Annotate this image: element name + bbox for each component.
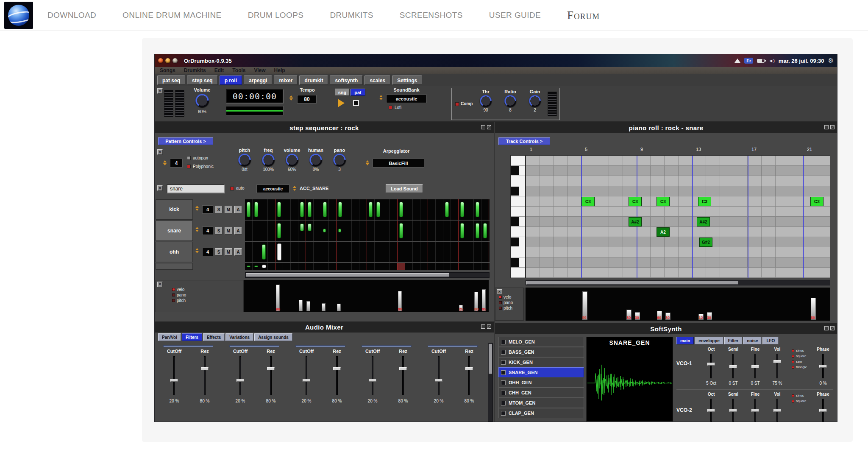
slider-thumb[interactable]: [399, 367, 407, 370]
pianoroll-scrollbar[interactable]: [526, 280, 830, 285]
panel-maximize-icon[interactable]: [487, 324, 491, 329]
speaker-icon[interactable]: ◄): [768, 58, 775, 63]
piano-note-a-2[interactable]: A#2: [697, 217, 710, 226]
autopan-checkbox[interactable]: [187, 156, 191, 160]
velocity-mode-pano[interactable]: pano: [172, 293, 186, 297]
piano-roll-row-g2[interactable]: [526, 247, 830, 257]
piano-key-c3[interactable]: [511, 196, 525, 207]
step-note[interactable]: [277, 223, 281, 238]
piano-key-g-2[interactable]: [511, 237, 525, 247]
generator-clap-gen[interactable]: CLAP_GEN: [498, 408, 584, 418]
piano-key-f-2[interactable]: [511, 257, 525, 268]
pattern-mode-button[interactable]: pat: [351, 89, 365, 96]
window-close-icon[interactable]: [158, 58, 163, 63]
step-note[interactable]: [254, 266, 258, 267]
piano-note-c3[interactable]: C3: [810, 197, 823, 206]
vco-1-wave-square[interactable]: square: [792, 354, 806, 358]
nav-item-online-drum-machine[interactable]: ONLINE DRUM MACHINE: [122, 11, 222, 20]
vco-1-phase-slider[interactable]: [822, 354, 824, 378]
piano-roll-row-f-2[interactable]: [526, 257, 830, 268]
velocity-bar[interactable]: [306, 301, 310, 311]
tab-pat-seq[interactable]: pat seq: [157, 75, 185, 85]
track-a-button[interactable]: A: [234, 248, 242, 256]
track-a-button[interactable]: A: [234, 206, 242, 213]
step-note[interactable]: [308, 202, 312, 217]
checkbox-icon[interactable]: [501, 391, 506, 395]
step-note[interactable]: [399, 223, 403, 238]
slider-thumb[interactable]: [236, 379, 244, 382]
slider-thumb[interactable]: [773, 409, 781, 412]
window-titlebar[interactable]: OrDrumbox-0.9.35 Fr ◄) mar. 26 juil. 09:…: [155, 54, 837, 67]
velocity-close-button[interactable]: ×: [157, 282, 163, 287]
piano-roll-row-c-3[interactable]: [526, 186, 830, 196]
nav-item-screenshots[interactable]: SCREENSHOTS: [400, 11, 463, 20]
step-note[interactable]: [300, 224, 304, 231]
piano-key-a-2[interactable]: [511, 217, 525, 227]
track-m-button[interactable]: M: [225, 206, 232, 213]
generator-mtom-gen[interactable]: MTOM_GEN: [498, 398, 584, 408]
slider-track[interactable]: [336, 356, 338, 395]
track-length-spinner[interactable]: [195, 227, 199, 232]
step-note[interactable]: [460, 202, 464, 217]
slider-thumb[interactable]: [201, 367, 209, 370]
step-note[interactable]: [247, 202, 250, 217]
menu-tools[interactable]: Tools: [232, 67, 245, 73]
slider-track[interactable]: [438, 356, 440, 395]
checkbox-icon[interactable]: [501, 350, 506, 355]
track-length-value[interactable]: 4: [202, 226, 213, 235]
checkbox-icon[interactable]: [501, 401, 506, 405]
slider-track[interactable]: [239, 356, 241, 395]
generator-bass-gen[interactable]: BASS_GEN: [498, 347, 584, 357]
synth-tab-noise[interactable]: noise: [743, 337, 762, 344]
panel-detach-icon[interactable]: [824, 125, 829, 129]
velocity-mode-velo[interactable]: velo: [172, 287, 184, 292]
step-note[interactable]: [254, 202, 258, 217]
piano-note-g-2[interactable]: G#2: [699, 238, 712, 247]
slider-thumb[interactable]: [751, 365, 759, 368]
mixer-tab-filters[interactable]: Filters: [182, 333, 202, 341]
spinner-up-icon[interactable]: [293, 186, 296, 188]
velocity-mode-pano[interactable]: pano: [499, 300, 513, 305]
vco-1-wave-saw[interactable]: saw: [792, 360, 802, 363]
checkbox-icon[interactable]: [501, 380, 506, 385]
piano-roll-row-a2[interactable]: [526, 227, 830, 237]
step-note[interactable]: [277, 202, 281, 217]
scrollbar-thumb[interactable]: [526, 281, 738, 285]
track-s-button[interactable]: S: [215, 227, 223, 235]
generator-ohh-gen[interactable]: OHH_GEN: [498, 377, 584, 388]
panel-maximize-icon[interactable]: [830, 326, 835, 330]
step-note[interactable]: [247, 266, 250, 267]
sound-spinner[interactable]: [293, 186, 296, 191]
slider-thumb[interactable]: [707, 363, 715, 366]
tab-p-roll[interactable]: p roll: [220, 75, 242, 85]
step-cells[interactable]: [245, 242, 490, 262]
slider-thumb[interactable]: [707, 409, 715, 412]
tab-scales[interactable]: scales: [364, 75, 390, 85]
panel-maximize-icon[interactable]: [487, 125, 491, 129]
vco-2-wave-square[interactable]: square: [792, 399, 806, 403]
piano-note-c3[interactable]: C3: [698, 197, 711, 206]
lofi-checkbox[interactable]: [389, 106, 392, 109]
nav-item-user-guide[interactable]: USER GUIDE: [489, 11, 541, 20]
slider-track[interactable]: [402, 356, 404, 395]
vco-1-fine-slider[interactable]: [754, 354, 756, 378]
track-a-button[interactable]: A: [234, 227, 242, 235]
play-button[interactable]: [338, 99, 345, 107]
track-length-value[interactable]: 4: [202, 248, 213, 256]
mixer-scrollbar[interactable]: [488, 343, 493, 422]
step-note[interactable]: [338, 229, 341, 232]
menu-view[interactable]: View: [254, 67, 265, 73]
knob-dial[interactable]: [262, 154, 275, 166]
spinner-down-icon[interactable]: [289, 98, 293, 101]
pattern-length-spinner[interactable]: [163, 160, 167, 165]
slider-thumb[interactable]: [170, 379, 178, 382]
tab-settings[interactable]: Settings: [392, 75, 422, 85]
track-length-value[interactable]: 4: [202, 205, 213, 214]
vco-1-semi-slider[interactable]: [732, 354, 734, 378]
track-s-button[interactable]: S: [215, 206, 223, 213]
piano-note-c3[interactable]: C3: [581, 197, 595, 206]
vco-2-wave-sinus[interactable]: sinus: [792, 394, 804, 397]
slider-track[interactable]: [270, 356, 272, 395]
piano-note-c3[interactable]: C3: [629, 197, 642, 206]
step-note[interactable]: [262, 265, 266, 268]
